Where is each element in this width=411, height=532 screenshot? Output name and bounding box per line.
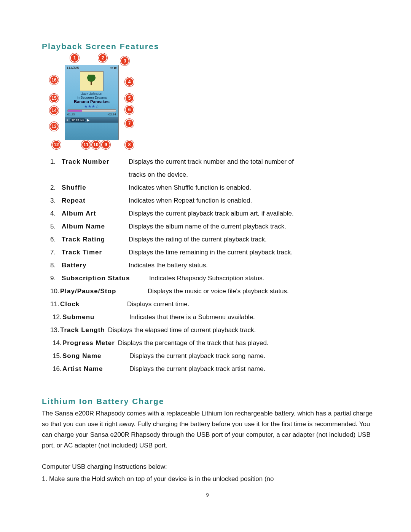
- feature-row: 8.BatteryIndicates the battery status.: [50, 259, 373, 272]
- callout-4: 4: [125, 77, 134, 86]
- feature-desc: Indicates that there is a Submenu availa…: [129, 311, 373, 324]
- feature-term: Clock: [60, 298, 127, 311]
- feature-desc: Displays the current playback track albu…: [129, 207, 373, 220]
- feature-row: 2.ShuffleIndicates when Shuffle function…: [50, 181, 373, 194]
- feature-desc: Displays current time.: [127, 298, 373, 311]
- feature-row: 5.Album NameDisplays the album name of t…: [50, 220, 373, 233]
- album-art: [80, 71, 104, 91]
- usb-intro: Computer USB charging instructions below…: [42, 462, 373, 472]
- feature-row: 3.RepeatIndicates when Repeat function i…: [50, 194, 373, 207]
- section-heading-playback: Playback Screen Features: [42, 42, 373, 51]
- feature-term: Track Length: [60, 324, 105, 337]
- feature-number: 14.: [53, 337, 62, 350]
- callout-5: 5: [125, 94, 134, 103]
- shuffle-repeat-icons: ∞ ⇄: [110, 66, 117, 70]
- feature-row: 14.Progress MeterDisplays the percentage…: [53, 337, 373, 350]
- feature-term: Submenu: [62, 311, 129, 324]
- feature-number: 1.: [50, 155, 62, 168]
- feature-desc: Displays the time remaining in the curre…: [129, 246, 373, 259]
- callout-3: 3: [120, 56, 129, 66]
- clock: 12:13 am: [70, 118, 86, 122]
- feature-number: 6.: [50, 233, 62, 246]
- usb-step-1: 1. Make sure the Hold switch on top of y…: [42, 474, 373, 484]
- feature-desc: Indicates when Repeat function is enable…: [129, 194, 373, 207]
- play-icon: ▶: [87, 118, 89, 122]
- feature-number: 3.: [50, 194, 62, 207]
- callout-2: 2: [98, 53, 107, 62]
- feature-desc: Indicates Rhapsody Subscription status.: [149, 272, 373, 285]
- feature-number: 4.: [50, 207, 62, 220]
- feature-desc: Indicates the battery status.: [129, 259, 373, 272]
- feature-term: Track Timer: [62, 246, 129, 259]
- artist-name: Jack Johnson: [65, 92, 118, 96]
- feature-term: Battery: [62, 259, 129, 272]
- feature-number: 13.: [50, 324, 60, 337]
- callout-14: 14: [49, 106, 59, 115]
- feature-term: Play/Pause/Stop: [60, 285, 148, 298]
- feature-desc: Displays the current playback track arti…: [129, 363, 373, 375]
- feature-list: 1.Track NumberDisplays the current track…: [50, 155, 373, 375]
- callout-1: 1: [70, 53, 79, 62]
- callout-13: 13: [49, 122, 59, 131]
- device-mockup: 114/325 ∞ ⇄ Jack Johnson In Between Drea…: [65, 65, 119, 140]
- feature-desc-cont: tracks on the device.: [129, 168, 373, 181]
- callout-11: 11: [81, 140, 91, 149]
- feature-desc: Displays the rating of the current playb…: [129, 233, 373, 246]
- callout-12: 12: [52, 140, 61, 149]
- feature-term: Album Name: [62, 220, 129, 233]
- feature-term: Album Art: [62, 207, 129, 220]
- feature-term: Artist Name: [62, 363, 129, 375]
- feature-number: 12.: [53, 311, 62, 324]
- callout-16: 16: [49, 75, 59, 85]
- time-elapsed: 01:25: [67, 113, 75, 116]
- feature-term: Progress Meter: [62, 337, 115, 350]
- time-remaining: -02:34: [107, 113, 116, 116]
- feature-number: 16.: [53, 363, 62, 375]
- feature-row: 4.Album ArtDisplays the current playback…: [50, 207, 373, 220]
- feature-desc: Displays the percentage of the track tha…: [118, 337, 373, 350]
- feature-term: Repeat: [62, 194, 129, 207]
- feature-row: 6.Track RatingDisplays the rating of the…: [50, 233, 373, 246]
- track-rating: ★★★☆: [65, 104, 118, 109]
- feature-desc: Displays the album name of the current p…: [129, 220, 373, 233]
- feature-row: 13.Track LengthDisplays the elapsed time…: [50, 324, 373, 337]
- submenu-icon: ≡: [67, 118, 68, 122]
- battery-paragraph: The Sansa e200R Rhapsody comes with a re…: [42, 408, 373, 451]
- feature-number: 11.: [50, 298, 60, 311]
- feature-number: 5.: [50, 220, 62, 233]
- page-number: 9: [42, 492, 373, 498]
- album-name: In Between Dreams: [65, 96, 118, 99]
- callout-6: 6: [125, 105, 134, 114]
- feature-row: 1.Track NumberDisplays the current track…: [50, 155, 373, 168]
- feature-number: 7.: [50, 246, 62, 259]
- feature-number: 8.: [50, 259, 62, 272]
- callout-7: 7: [125, 119, 134, 128]
- feature-desc: Displays the music or voice file's playb…: [148, 285, 373, 298]
- track-counter: 114/325: [67, 66, 79, 70]
- feature-row: 12.SubmenuIndicates that there is a Subm…: [53, 311, 373, 324]
- progress-meter: [67, 109, 116, 112]
- callout-10: 10: [91, 140, 100, 149]
- feature-term: Shuffle: [62, 181, 129, 194]
- feature-row: 11.ClockDisplays current time.: [50, 298, 373, 311]
- song-name: Banana Pancakes: [65, 99, 118, 104]
- feature-term: Track Rating: [62, 233, 129, 246]
- section-heading-battery: Lithium Ion Battery Charge: [42, 397, 373, 406]
- feature-number: 10.: [50, 285, 60, 298]
- feature-term: Track Number: [62, 155, 129, 168]
- feature-desc: Displays the elapsed time of current pla…: [108, 324, 373, 337]
- callout-8: 8: [125, 140, 134, 149]
- feature-number: 2.: [50, 181, 62, 194]
- feature-term: Song Name: [62, 350, 129, 363]
- feature-row: 16.Artist NameDisplays the current playb…: [53, 363, 373, 375]
- feature-desc: Displays the current track number and th…: [129, 155, 373, 168]
- callout-15: 15: [49, 94, 59, 103]
- feature-row: 15.Song NameDisplays the current playbac…: [53, 350, 373, 363]
- feature-desc: Indicates when Shuffle function is enabl…: [129, 181, 373, 194]
- callout-9: 9: [101, 140, 110, 149]
- feature-number: 15.: [53, 350, 62, 363]
- feature-number: 9.: [50, 272, 62, 285]
- feature-term: Subscription Status: [62, 272, 149, 285]
- feature-desc: Displays the current playback track song…: [129, 350, 373, 363]
- feature-row: 7.Track TimerDisplays the time remaining…: [50, 246, 373, 259]
